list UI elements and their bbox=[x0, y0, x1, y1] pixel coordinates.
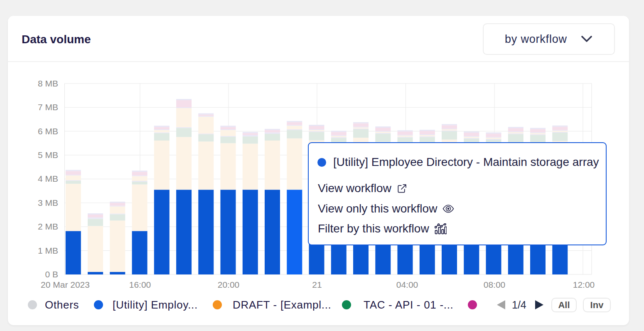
svg-text:21: 21 bbox=[312, 280, 322, 289]
svg-text:12:00: 12:00 bbox=[573, 280, 595, 289]
svg-text:20:00: 20:00 bbox=[218, 280, 240, 289]
svg-text:20 Mar 2023: 20 Mar 2023 bbox=[41, 280, 90, 289]
svg-text:04:00: 04:00 bbox=[396, 280, 418, 289]
svg-text:2 MB: 2 MB bbox=[38, 222, 58, 231]
svg-text:6 MB: 6 MB bbox=[38, 126, 58, 136]
svg-text:0 B: 0 B bbox=[45, 269, 58, 279]
svg-text:4 MB: 4 MB bbox=[38, 174, 58, 183]
svg-text:7 MB: 7 MB bbox=[38, 102, 58, 112]
svg-text:3 MB: 3 MB bbox=[38, 198, 58, 207]
svg-text:08:00: 08:00 bbox=[484, 280, 506, 289]
svg-text:5 MB: 5 MB bbox=[38, 150, 58, 160]
svg-text:8 MB: 8 MB bbox=[38, 79, 58, 88]
svg-text:16:00: 16:00 bbox=[129, 280, 151, 289]
svg-text:1 MB: 1 MB bbox=[38, 246, 58, 255]
